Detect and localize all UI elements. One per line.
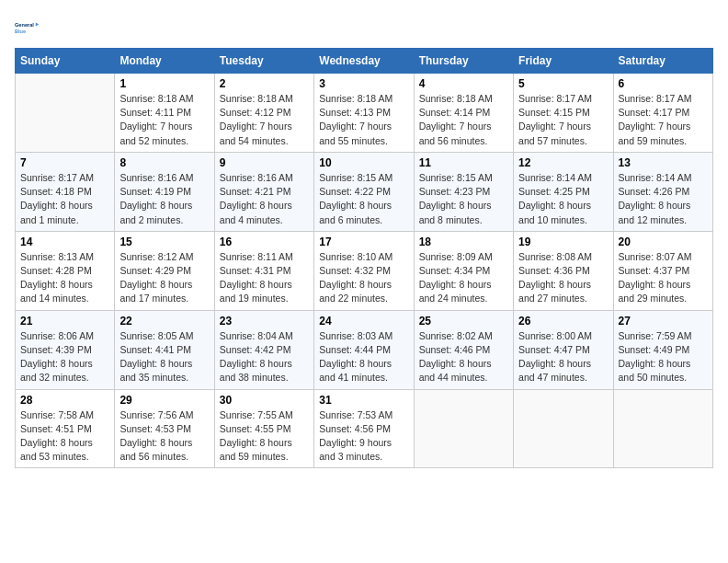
calendar-day-header: Saturday	[613, 49, 712, 74]
calendar-header-row: SundayMondayTuesdayWednesdayThursdayFrid…	[16, 49, 713, 74]
day-number: 4	[419, 77, 508, 90]
calendar-cell: 8Sunrise: 8:16 AMSunset: 4:19 PMDaylight…	[115, 152, 214, 231]
calendar-cell: 26Sunrise: 8:00 AMSunset: 4:47 PMDayligh…	[514, 310, 613, 389]
day-info: Sunrise: 8:05 AMSunset: 4:41 PMDaylight:…	[119, 329, 209, 385]
day-number: 6	[619, 77, 708, 90]
day-info: Sunrise: 8:06 AMSunset: 4:39 PMDaylight:…	[20, 329, 109, 385]
day-info: Sunrise: 8:04 AMSunset: 4:42 PMDaylight:…	[220, 329, 309, 385]
calendar-cell: 21Sunrise: 8:06 AMSunset: 4:39 PMDayligh…	[16, 310, 115, 389]
calendar-day-header: Monday	[115, 49, 214, 74]
calendar-cell: 29Sunrise: 7:56 AMSunset: 4:53 PMDayligh…	[115, 389, 214, 468]
day-info: Sunrise: 8:00 AMSunset: 4:47 PMDaylight:…	[518, 329, 608, 385]
calendar-day-header: Wednesday	[314, 49, 414, 74]
day-info: Sunrise: 8:17 AMSunset: 4:18 PMDaylight:…	[20, 171, 109, 227]
calendar-cell: 19Sunrise: 8:08 AMSunset: 4:36 PMDayligh…	[514, 231, 613, 310]
calendar-cell: 1Sunrise: 8:18 AMSunset: 4:11 PMDaylight…	[115, 74, 214, 153]
day-info: Sunrise: 8:16 AMSunset: 4:21 PMDaylight:…	[220, 171, 309, 227]
calendar-cell: 14Sunrise: 8:13 AMSunset: 4:28 PMDayligh…	[16, 231, 115, 310]
day-number: 15	[119, 236, 209, 248]
day-number: 28	[20, 394, 109, 407]
day-info: Sunrise: 8:11 AMSunset: 4:31 PMDaylight:…	[220, 250, 309, 306]
svg-text:General: General	[15, 22, 34, 28]
calendar-cell: 18Sunrise: 8:09 AMSunset: 4:34 PMDayligh…	[414, 231, 513, 310]
day-number: 19	[518, 236, 608, 248]
logo-icon: GeneralBlue	[15, 15, 40, 40]
day-number: 21	[20, 315, 109, 327]
day-number: 17	[319, 236, 408, 248]
day-number: 9	[220, 156, 309, 169]
day-info: Sunrise: 8:14 AMSunset: 4:25 PMDaylight:…	[518, 171, 608, 227]
day-info: Sunrise: 7:59 AMSunset: 4:49 PMDaylight:…	[619, 329, 708, 385]
calendar-cell: 16Sunrise: 8:11 AMSunset: 4:31 PMDayligh…	[214, 231, 313, 310]
calendar-cell: 15Sunrise: 8:12 AMSunset: 4:29 PMDayligh…	[115, 231, 214, 310]
calendar-cell: 23Sunrise: 8:04 AMSunset: 4:42 PMDayligh…	[214, 310, 313, 389]
calendar-week-row: 7Sunrise: 8:17 AMSunset: 4:18 PMDaylight…	[16, 152, 713, 231]
calendar-cell: 27Sunrise: 7:59 AMSunset: 4:49 PMDayligh…	[613, 310, 712, 389]
day-info: Sunrise: 8:08 AMSunset: 4:36 PMDaylight:…	[518, 250, 608, 306]
svg-marker-2	[36, 22, 40, 26]
day-number: 16	[220, 236, 309, 248]
calendar-cell: 20Sunrise: 8:07 AMSunset: 4:37 PMDayligh…	[613, 231, 712, 310]
calendar-table: SundayMondayTuesdayWednesdayThursdayFrid…	[15, 48, 713, 468]
day-number: 11	[419, 156, 508, 169]
calendar-cell: 13Sunrise: 8:14 AMSunset: 4:26 PMDayligh…	[613, 152, 712, 231]
day-info: Sunrise: 7:55 AMSunset: 4:55 PMDaylight:…	[220, 408, 309, 465]
day-info: Sunrise: 8:15 AMSunset: 4:23 PMDaylight:…	[419, 171, 508, 227]
day-info: Sunrise: 8:13 AMSunset: 4:28 PMDaylight:…	[20, 250, 109, 306]
day-number: 26	[518, 315, 608, 327]
calendar-week-row: 14Sunrise: 8:13 AMSunset: 4:28 PMDayligh…	[16, 231, 713, 310]
day-info: Sunrise: 8:18 AMSunset: 4:12 PMDaylight:…	[220, 92, 309, 148]
calendar-cell: 2Sunrise: 8:18 AMSunset: 4:12 PMDaylight…	[214, 74, 313, 153]
day-info: Sunrise: 8:14 AMSunset: 4:26 PMDaylight:…	[619, 171, 708, 227]
day-info: Sunrise: 7:56 AMSunset: 4:53 PMDaylight:…	[119, 408, 209, 465]
calendar-cell: 7Sunrise: 8:17 AMSunset: 4:18 PMDaylight…	[16, 152, 115, 231]
calendar-cell: 31Sunrise: 7:53 AMSunset: 4:56 PMDayligh…	[314, 389, 414, 468]
calendar-cell	[514, 389, 613, 468]
day-info: Sunrise: 8:03 AMSunset: 4:44 PMDaylight:…	[319, 329, 408, 385]
calendar-week-row: 1Sunrise: 8:18 AMSunset: 4:11 PMDaylight…	[16, 74, 713, 153]
day-info: Sunrise: 7:53 AMSunset: 4:56 PMDaylight:…	[319, 408, 408, 465]
day-number: 20	[619, 236, 708, 248]
calendar-cell	[16, 74, 115, 153]
calendar-day-header: Thursday	[414, 49, 513, 74]
calendar-cell: 17Sunrise: 8:10 AMSunset: 4:32 PMDayligh…	[314, 231, 414, 310]
day-info: Sunrise: 8:10 AMSunset: 4:32 PMDaylight:…	[319, 250, 408, 306]
day-info: Sunrise: 8:18 AMSunset: 4:14 PMDaylight:…	[419, 92, 508, 148]
day-info: Sunrise: 8:16 AMSunset: 4:19 PMDaylight:…	[119, 171, 209, 227]
calendar-cell: 30Sunrise: 7:55 AMSunset: 4:55 PMDayligh…	[214, 389, 313, 468]
day-number: 18	[419, 236, 508, 248]
day-number: 3	[319, 77, 408, 90]
day-info: Sunrise: 8:12 AMSunset: 4:29 PMDaylight:…	[119, 250, 209, 306]
logo: GeneralBlue	[15, 15, 40, 40]
day-number: 31	[319, 394, 408, 407]
day-number: 8	[119, 156, 209, 169]
calendar-cell: 10Sunrise: 8:15 AMSunset: 4:22 PMDayligh…	[314, 152, 414, 231]
calendar-day-header: Sunday	[16, 49, 115, 74]
day-number: 25	[419, 315, 508, 327]
calendar-cell: 11Sunrise: 8:15 AMSunset: 4:23 PMDayligh…	[414, 152, 513, 231]
calendar-cell: 9Sunrise: 8:16 AMSunset: 4:21 PMDaylight…	[214, 152, 313, 231]
day-info: Sunrise: 8:18 AMSunset: 4:13 PMDaylight:…	[319, 92, 408, 148]
calendar-cell: 22Sunrise: 8:05 AMSunset: 4:41 PMDayligh…	[115, 310, 214, 389]
calendar-cell: 4Sunrise: 8:18 AMSunset: 4:14 PMDaylight…	[414, 74, 513, 153]
day-number: 12	[518, 156, 608, 169]
day-info: Sunrise: 8:02 AMSunset: 4:46 PMDaylight:…	[419, 329, 508, 385]
calendar-day-header: Friday	[514, 49, 613, 74]
day-number: 22	[119, 315, 209, 327]
day-info: Sunrise: 8:15 AMSunset: 4:22 PMDaylight:…	[319, 171, 408, 227]
day-info: Sunrise: 8:09 AMSunset: 4:34 PMDaylight:…	[419, 250, 508, 306]
day-number: 5	[518, 77, 608, 90]
calendar-cell: 3Sunrise: 8:18 AMSunset: 4:13 PMDaylight…	[314, 74, 414, 153]
calendar-cell: 5Sunrise: 8:17 AMSunset: 4:15 PMDaylight…	[514, 74, 613, 153]
day-number: 10	[319, 156, 408, 169]
calendar-cell: 6Sunrise: 8:17 AMSunset: 4:17 PMDaylight…	[613, 74, 712, 153]
calendar-cell: 24Sunrise: 8:03 AMSunset: 4:44 PMDayligh…	[314, 310, 414, 389]
day-number: 23	[220, 315, 309, 327]
day-info: Sunrise: 8:18 AMSunset: 4:11 PMDaylight:…	[119, 92, 209, 148]
calendar-week-row: 21Sunrise: 8:06 AMSunset: 4:39 PMDayligh…	[16, 310, 713, 389]
day-number: 24	[319, 315, 408, 327]
page-header: GeneralBlue	[15, 15, 713, 40]
day-info: Sunrise: 8:07 AMSunset: 4:37 PMDaylight:…	[619, 250, 708, 306]
calendar-cell: 12Sunrise: 8:14 AMSunset: 4:25 PMDayligh…	[514, 152, 613, 231]
calendar-cell	[613, 389, 712, 468]
